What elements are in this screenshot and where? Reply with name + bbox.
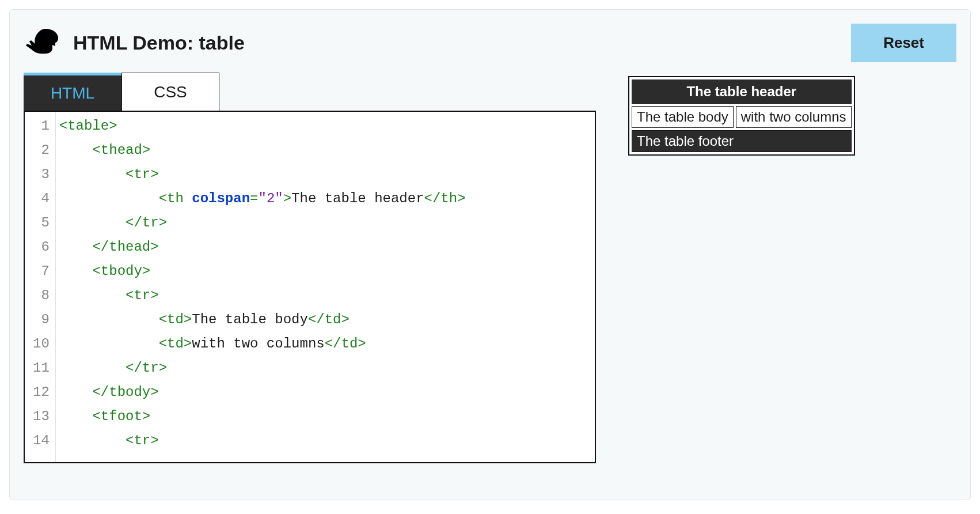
- preview-header-cell: The table header: [632, 80, 852, 104]
- page-title: HTML Demo: table: [73, 32, 245, 54]
- title-group: HTML Demo: table: [24, 28, 245, 59]
- line-gutter: 1 2 3 4 5 6 7 8 9 10 11 12 13 14: [25, 112, 56, 462]
- code-editor[interactable]: 1 2 3 4 5 6 7 8 9 10 11 12 13 14 <table>…: [24, 111, 596, 463]
- dino-icon: [24, 28, 60, 59]
- editor-column: HTML CSS 1 2 3 4 5 6 7 8 9 10 11 12 13 1…: [24, 73, 596, 463]
- preview-footer-cell: The table footer: [632, 130, 852, 152]
- preview-column: The table header The table body with two…: [628, 73, 956, 156]
- preview-table: The table header The table body with two…: [628, 76, 855, 156]
- demo-card: HTML Demo: table Reset HTML CSS 1 2 3 4 …: [9, 9, 971, 500]
- editor-tabs: HTML CSS: [24, 73, 596, 111]
- reset-button[interactable]: Reset: [851, 24, 956, 62]
- code-inner: 1 2 3 4 5 6 7 8 9 10 11 12 13 14 <table>…: [25, 112, 595, 462]
- code-lines: <table> <thead> <tr> <th colspan="2">The…: [56, 112, 470, 462]
- tab-css[interactable]: CSS: [121, 73, 219, 111]
- preview-body-cell-2: with two columns: [736, 106, 852, 128]
- preview-body-cell-1: The table body: [632, 106, 734, 128]
- workarea: HTML CSS 1 2 3 4 5 6 7 8 9 10 11 12 13 1…: [24, 73, 956, 463]
- tab-html[interactable]: HTML: [24, 73, 121, 111]
- header-row: HTML Demo: table Reset: [24, 24, 956, 62]
